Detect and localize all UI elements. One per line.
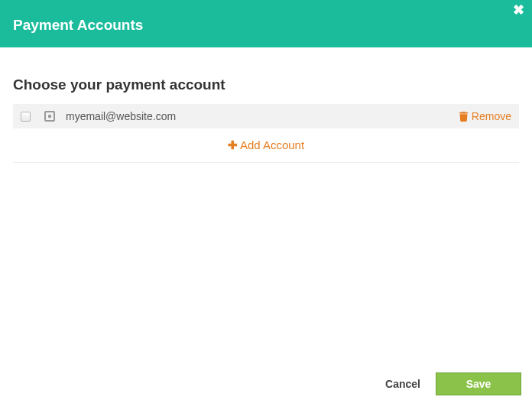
add-account-button[interactable]: ✚ Add Account <box>228 138 304 151</box>
save-button[interactable]: Save <box>436 372 521 395</box>
plus-icon: ✚ <box>228 139 238 151</box>
modal-title: Payment Accounts <box>13 17 143 34</box>
remove-label: Remove <box>472 110 511 122</box>
trash-icon <box>459 112 469 122</box>
modal-content: Choose your payment account myemail@webs… <box>0 47 532 163</box>
account-email: myemail@website.com <box>66 110 459 122</box>
payment-type-icon <box>44 111 55 122</box>
add-account-label: Add Account <box>240 138 304 151</box>
section-title: Choose your payment account <box>13 76 519 93</box>
remove-account-button[interactable]: Remove <box>459 110 511 122</box>
cancel-button[interactable]: Cancel <box>385 378 420 390</box>
modal-header: Payment Accounts ✖ <box>0 0 532 47</box>
modal-footer: Cancel Save <box>0 368 532 400</box>
close-icon[interactable]: ✖ <box>513 3 524 17</box>
account-row: myemail@website.com Remove <box>13 104 519 128</box>
account-checkbox[interactable] <box>21 112 31 122</box>
add-account-row: ✚ Add Account <box>13 128 519 163</box>
